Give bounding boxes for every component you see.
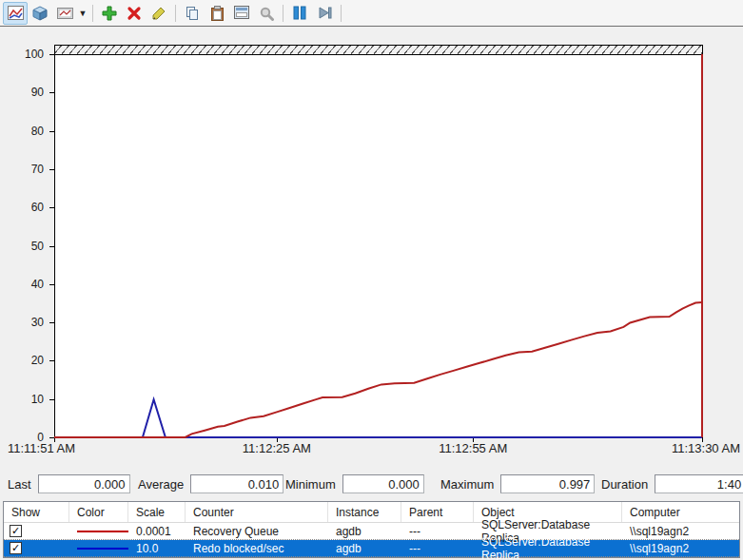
counter-row[interactable]: ✓0.0001Recovery Queueagdb---SQLServer:Da… [4,523,739,540]
delete-counter-button[interactable] [122,2,147,25]
step-forward-icon [318,6,332,20]
cell-counter: Redo blocked/sec [186,540,328,556]
properties-window-icon [234,6,249,20]
view-log-data-button[interactable] [28,2,52,25]
counter-table-body: ✓0.0001Recovery Queueagdb---SQLServer:Da… [4,523,739,557]
color-swatch [77,548,128,550]
cell-instance: agdb [328,523,401,539]
graph-type-dropdown-caret[interactable]: ▼ [77,9,88,18]
pen-icon [151,6,166,21]
time-label: 11:12:55 AM [439,441,507,455]
properties-button[interactable] [229,2,254,25]
stat-average: Average 0.010 [138,474,284,493]
y-axis-label: 60 [0,201,44,214]
cell-instance: agdb [328,540,401,556]
color-swatch [77,531,128,532]
counter-table: Show Color Scale Counter Instance Parent… [3,501,740,558]
stat-maximum: Maximum 0.997 [440,474,595,493]
header-show[interactable]: Show [4,502,69,522]
show-checkbox[interactable]: ✓ [10,542,22,554]
view-current-activity-button[interactable] [3,2,28,25]
toolbar-separator [283,5,284,22]
y-axis-label: 40 [0,278,44,291]
pause-icon [293,6,306,20]
stat-label: Minimum [285,477,342,492]
stat-last: Last 0.000 [8,474,130,493]
y-axis-label: 70 [0,163,44,176]
y-axis-label: 100 [0,48,44,61]
plus-icon [101,5,118,22]
stat-value-duration: 1:40 [655,474,743,493]
time-label: 11:13:30 AM [672,441,740,455]
header-counter[interactable]: Counter [186,502,328,522]
cell-counter: Recovery Queue [186,523,328,539]
stat-value-last: 0.000 [38,474,130,493]
cell-computer: \\sql19agn2 [622,540,739,556]
freeze-display-button[interactable] [287,2,312,25]
highlight-button[interactable] [147,2,171,25]
header-color[interactable]: Color [69,502,128,522]
cell-parent: --- [401,523,474,539]
paste-icon [210,6,225,21]
copy-properties-button[interactable] [180,2,205,25]
change-graph-type-button[interactable] [52,2,77,25]
cell-object: SQLServer:Database Replica [474,540,622,556]
cell-scale: 10.0 [128,540,186,556]
y-axis-label: 80 [0,125,44,138]
delete-x-icon [127,6,142,21]
stat-value-maximum: 0.997 [500,474,595,493]
update-data-button[interactable] [312,2,337,25]
perfmon-chart [54,45,703,438]
perfmon-window: ▼ [0,0,743,560]
stat-value-average: 0.010 [190,474,284,493]
cell-computer: \\sql19agn2 [622,523,739,539]
y-axis-label: 20 [0,354,44,367]
line-chart-icon [8,6,24,20]
magnifier-icon [259,6,274,21]
toolbar-separator [341,5,342,22]
copy-icon [185,6,200,21]
stat-label: Average [138,477,190,492]
y-axis-label: 90 [0,86,44,99]
toolbar: ▼ [0,0,743,27]
show-checkbox[interactable]: ✓ [10,525,22,537]
stat-minimum: Minimum 0.000 [285,474,424,493]
toolbar-separator [175,5,176,22]
time-label: 11:11:51 AM [8,441,75,455]
toolbar-separator [92,5,93,22]
add-counter-button[interactable] [97,2,122,25]
header-parent[interactable]: Parent [401,502,474,522]
stat-label: Maximum [440,477,500,492]
cell-parent: --- [401,540,474,556]
y-axis-label: 30 [0,316,44,329]
stat-label: Last [8,477,38,492]
stat-value-minimum: 0.000 [342,474,424,493]
counter-row[interactable]: ✓10.0Redo blocked/secagdb---SQLServer:Da… [4,540,739,557]
cell-scale: 0.0001 [128,523,186,539]
header-computer[interactable]: Computer [622,502,739,522]
cube-icon [32,6,48,21]
counter-table-header: Show Color Scale Counter Instance Parent… [4,502,739,523]
time-label: 11:12:25 AM [243,441,311,455]
paste-counter-list-button[interactable] [205,2,229,25]
graph-type-icon [57,7,73,20]
stat-label: Duration [601,477,655,492]
y-axis-label: 50 [0,240,44,253]
stat-duration: Duration 1:40 [601,474,743,493]
zoom-button[interactable] [254,2,279,25]
header-scale[interactable]: Scale [128,502,186,522]
y-axis-label: 10 [0,393,44,406]
header-instance[interactable]: Instance [328,502,401,522]
